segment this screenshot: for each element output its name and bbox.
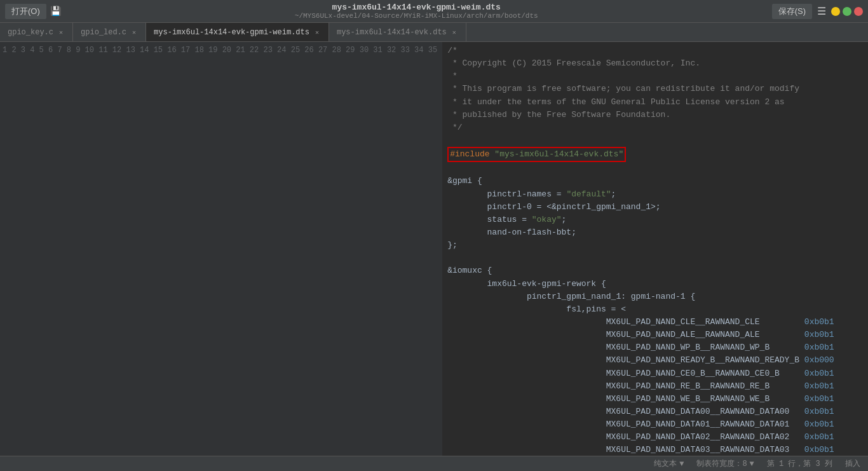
tab-label-gpio-key: gpio_key.c — [8, 28, 53, 37]
code-line: MX6UL_PAD_NAND_ALE__RAWNAND_ALE 0xb0b1 — [447, 329, 863, 341]
line-numbers: 1 2 3 4 5 6 7 8 9 10 11 12 13 14 15 16 1… — [0, 42, 442, 456]
tab-gpmi-weim[interactable]: mys-imx6ul-14x14-evk-gpmi-weim.dts ✕ — [146, 23, 329, 41]
code-line: status = "okay"; — [447, 214, 863, 226]
code-line: pinctrl-names = "default"; — [447, 188, 863, 201]
tab-gpio-led[interactable]: gpio_led.c ✕ — [73, 23, 146, 41]
code-line: pinctrl_gpmi_nand_1: gpmi-nand-1 { — [447, 290, 863, 303]
text-type-arrow: ▼ — [679, 460, 684, 468]
minimize-button[interactable] — [831, 7, 840, 16]
code-line: MX6UL_PAD_NAND_WE_B__RAWNAND_WE_B 0xb0b1 — [447, 393, 863, 406]
code-line: * — [447, 70, 863, 83]
titlebar-left: 打开(O) 💾 — [5, 4, 61, 19]
code-line — [447, 252, 863, 264]
code-line: * published by the Free Software Foundat… — [447, 109, 863, 121]
code-line: &gpmi { — [447, 175, 863, 188]
floppy-icon[interactable]: 💾 — [50, 6, 61, 17]
tab-width-arrow: ▼ — [750, 460, 754, 468]
code-line: MX6UL_PAD_NAND_RE_B__RAWNAND_RE_B 0xb0b1 — [447, 380, 863, 393]
code-line: MX6UL_PAD_NAND_DATA03__RAWNAND_DATA03 0x… — [447, 444, 863, 456]
code-line: MX6UL_PAD_NAND_CLE__RAWNAND_CLE 0xb0b1 — [447, 316, 863, 329]
tab-close-gpio-led[interactable]: ✕ — [130, 28, 138, 37]
maximize-button[interactable] — [843, 7, 851, 16]
menu-icon[interactable]: ☰ — [817, 5, 826, 18]
code-line: pinctrl-0 = <&pinctrl_gpmi_nand_1>; — [447, 201, 863, 214]
close-button[interactable] — [854, 7, 863, 16]
tab-close-evk[interactable]: ✕ — [451, 28, 458, 37]
status-position: 第 1 行，第 3 列 — [767, 458, 832, 469]
code-line: MX6UL_PAD_NAND_DATA00__RAWNAND_DATA00 0x… — [447, 406, 863, 418]
open-button[interactable]: 打开(O) — [5, 4, 46, 19]
code-line: MX6UL_PAD_NAND_CE0_B__RAWNAND_CE0_B 0xb0… — [447, 367, 863, 380]
tab-label-gpmi-weim: mys-imx6ul-14x14-evk-gpmi-weim.dts — [154, 28, 309, 37]
code-line: nand-on-flash-bbt; — [447, 226, 863, 239]
code-line: }; — [447, 239, 863, 252]
text-type-label: 纯文本 — [654, 458, 677, 469]
window-subtitle: ~/MYS6ULx-devel/04-Source/MYiR-iMX-Linux… — [295, 12, 538, 20]
code-area[interactable]: /* * Copyright (C) 2015 Freescale Semico… — [442, 42, 868, 456]
code-line: fsl,pins = < — [447, 303, 863, 316]
tab-close-gpmi-weim[interactable]: ✕ — [313, 28, 321, 37]
code-line: * This program is free software; you can… — [447, 83, 863, 95]
code-line — [447, 134, 863, 147]
status-text-type: 纯文本 ▼ — [654, 458, 684, 469]
statusbar: 纯文本 ▼ 制表符宽度：8 ▼ 第 1 行，第 3 列 插入 — [0, 456, 868, 471]
code-line: MX6UL_PAD_NAND_DATA01__RAWNAND_DATA01 0x… — [447, 418, 863, 431]
editor-container: 1 2 3 4 5 6 7 8 9 10 11 12 13 14 15 16 1… — [0, 42, 868, 456]
titlebar-center: mys-imx6ul-14x14-evk-gpmi-weim.dts ~/MYS… — [61, 3, 772, 20]
include-line: #include "mys-imx6ul-14x14-evk.dts" — [447, 147, 626, 162]
save-button[interactable]: 保存(S) — [772, 4, 812, 19]
code-line: imx6ul-evk-gpmi-rework { — [447, 278, 863, 290]
tab-label-evk: mys-imx6ul-14x14-evk.dts — [337, 28, 447, 37]
tab-evk[interactable]: mys-imx6ul-14x14-evk.dts ✕ — [329, 23, 466, 41]
position-label: 第 1 行，第 3 列 — [767, 458, 832, 469]
titlebar: 打开(O) 💾 mys-imx6ul-14x14-evk-gpmi-weim.d… — [0, 0, 868, 23]
code-line: /* — [447, 44, 863, 57]
window-controls — [831, 7, 863, 16]
code-line: */ — [447, 121, 863, 134]
code-line: &iomuxc { — [447, 264, 863, 277]
titlebar-right: 保存(S) ☰ — [772, 4, 863, 19]
insert-mode-label: 插入 — [845, 458, 860, 469]
tab-gpio-key[interactable]: gpio_key.c ✕ — [0, 23, 73, 41]
status-insert-mode: 插入 — [845, 458, 860, 469]
code-line — [447, 162, 863, 175]
status-tab-width: 制表符宽度：8 ▼ — [696, 458, 754, 469]
code-line: MX6UL_PAD_NAND_DATA02__RAWNAND_DATA02 0x… — [447, 431, 863, 444]
tabbar: gpio_key.c ✕ gpio_led.c ✕ mys-imx6ul-14x… — [0, 23, 868, 42]
code-line: * Copyright (C) 2015 Freescale Semicondu… — [447, 57, 863, 70]
tab-width-label: 制表符宽度：8 — [696, 458, 747, 469]
code-line: * it under the terms of the GNU General … — [447, 96, 863, 109]
window-title: mys-imx6ul-14x14-evk-gpmi-weim.dts — [332, 3, 501, 12]
tab-close-gpio-key[interactable]: ✕ — [57, 28, 65, 37]
code-line: MX6UL_PAD_NAND_READY_B__RAWNAND_READY_B … — [447, 354, 863, 367]
code-line: MX6UL_PAD_NAND_WP_B__RAWNAND_WP_B 0xb0b1 — [447, 341, 863, 354]
tab-label-gpio-led: gpio_led.c — [81, 28, 126, 37]
